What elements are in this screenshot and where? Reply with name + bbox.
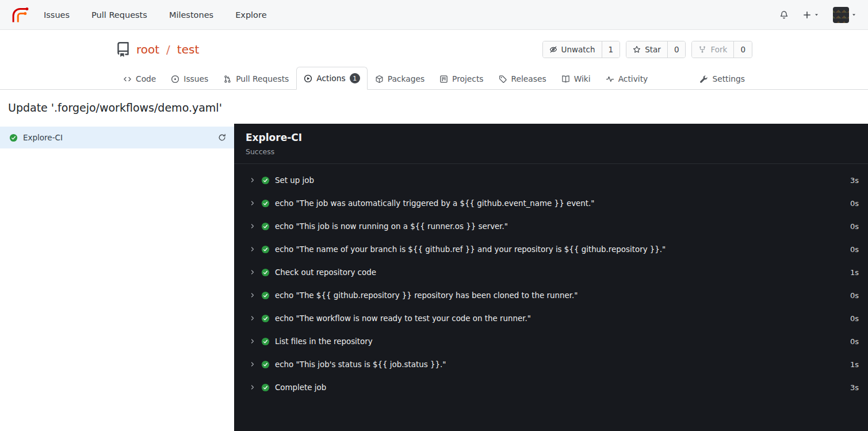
repo-name-link[interactable]: test	[177, 43, 199, 56]
watchers-count[interactable]: 1	[602, 41, 620, 58]
avatar	[833, 7, 849, 23]
actions-count-badge: 1	[350, 73, 360, 83]
step-name: List files in the repository	[275, 337, 373, 346]
workflow-run-title: Update '.forgejo/workflows/demo.yaml'	[8, 101, 860, 114]
step-name: echo "The ${{ github.repository }} repos…	[275, 291, 578, 300]
tab-label: Code	[136, 74, 156, 83]
tab-packages[interactable]: Packages	[368, 68, 432, 90]
tab-activity[interactable]: Activity	[598, 68, 656, 90]
chevron-right-icon[interactable]	[249, 269, 256, 276]
job-log-header: Explore-CI Success	[234, 124, 868, 164]
repo-icon	[116, 42, 131, 57]
job-name: Explore-CI	[23, 133, 63, 142]
chevron-right-icon[interactable]	[249, 246, 256, 253]
job-item-explore-ci[interactable]: Explore-CI	[0, 127, 234, 148]
chevron-right-icon[interactable]	[249, 338, 256, 345]
create-new-button[interactable]	[802, 10, 819, 20]
fork-icon	[698, 45, 706, 54]
nav-item-explore[interactable]: Explore	[235, 10, 266, 20]
step-name: echo "This job is now running on a ${{ r…	[275, 222, 508, 231]
chevron-right-icon[interactable]	[249, 292, 256, 299]
tab-pull-requests[interactable]: Pull Requests	[216, 68, 296, 90]
forks-count[interactable]: 0	[733, 41, 752, 58]
repo-tab-bar: Code Issues Pull Requests Actions 1 Pack…	[0, 67, 868, 90]
chevron-right-icon[interactable]	[249, 361, 256, 368]
tab-releases[interactable]: Releases	[491, 68, 554, 90]
navbar-right	[779, 7, 856, 23]
unwatch-button[interactable]: Unwatch	[543, 41, 602, 58]
chevron-right-icon[interactable]	[249, 200, 256, 207]
step-name: Check out repository code	[275, 268, 376, 277]
step-row[interactable]: echo "The workflow is now ready to test …	[234, 307, 868, 330]
watch-button-group: Unwatch 1	[542, 41, 621, 58]
star-button[interactable]: Star	[626, 41, 667, 58]
step-name: echo "This job's status is ${{ job.statu…	[275, 360, 446, 369]
fork-button[interactable]: Fork	[692, 41, 733, 58]
navbar-links: Issues Pull Requests Milestones Explore	[44, 10, 267, 20]
step-duration: 3s	[850, 383, 859, 392]
star-label: Star	[645, 45, 661, 54]
book-icon	[561, 75, 570, 83]
step-row[interactable]: Check out repository code 1s	[234, 261, 868, 284]
tab-label: Issues	[183, 74, 208, 83]
tab-issues[interactable]: Issues	[163, 68, 216, 90]
step-row[interactable]: echo "The ${{ github.repository }} repos…	[234, 284, 868, 307]
tag-icon	[499, 75, 507, 83]
chevron-right-icon[interactable]	[249, 223, 256, 230]
step-row[interactable]: Complete job 3s	[234, 376, 868, 399]
step-row[interactable]: echo "This job's status is ${{ job.statu…	[234, 353, 868, 376]
step-row[interactable]: echo "The job was automatically triggere…	[234, 192, 868, 215]
jobs-sidebar: Explore-CI	[0, 124, 234, 431]
step-row[interactable]: List files in the repository 0s	[234, 330, 868, 353]
success-check-icon	[261, 222, 270, 231]
chevron-right-icon[interactable]	[249, 177, 256, 184]
tab-wiki[interactable]: Wiki	[554, 68, 598, 90]
job-steps-list: Set up job 3s echo "The job was automati…	[234, 164, 868, 408]
tab-actions[interactable]: Actions 1	[296, 67, 367, 90]
success-check-icon	[261, 291, 270, 300]
refresh-icon	[218, 134, 226, 142]
fork-label: Fork	[710, 45, 727, 54]
chevron-down-icon	[851, 12, 856, 17]
tab-label: Wiki	[574, 74, 591, 83]
tab-label: Releases	[511, 74, 546, 83]
tab-settings[interactable]: Settings	[692, 68, 752, 90]
job-status-text: Success	[246, 147, 856, 156]
run-content: Explore-CI Explore-CI Success Set up job…	[0, 124, 868, 431]
nav-item-pull-requests[interactable]: Pull Requests	[91, 10, 147, 20]
step-duration: 0s	[850, 222, 859, 231]
repo-header: root / test Unwatch 1 Star 0	[0, 30, 868, 67]
tab-projects[interactable]: Projects	[432, 68, 491, 90]
tab-code[interactable]: Code	[116, 68, 163, 90]
step-row[interactable]: echo "The name of your branch is ${{ git…	[234, 238, 868, 261]
step-duration: 0s	[850, 314, 859, 323]
rerun-job-button[interactable]	[218, 134, 226, 142]
chevron-right-icon[interactable]	[249, 384, 256, 391]
step-duration: 0s	[850, 291, 859, 300]
success-check-icon	[261, 245, 270, 254]
forgejo-logo-icon[interactable]	[12, 6, 29, 24]
repo-owner-link[interactable]: root	[136, 43, 159, 56]
nav-item-milestones[interactable]: Milestones	[169, 10, 213, 20]
stars-count[interactable]: 0	[667, 41, 686, 58]
notifications-button[interactable]	[779, 10, 789, 20]
step-row[interactable]: Set up job 3s	[234, 169, 868, 192]
tab-label: Settings	[712, 74, 745, 83]
tab-label: Pull Requests	[236, 74, 289, 83]
step-duration: 0s	[850, 199, 859, 208]
success-check-icon	[9, 134, 18, 142]
user-menu-button[interactable]	[833, 7, 856, 23]
nav-item-issues[interactable]: Issues	[44, 10, 70, 20]
step-name: echo "The job was automatically triggere…	[275, 199, 594, 208]
play-circle-icon	[304, 74, 312, 83]
success-check-icon	[261, 268, 270, 277]
success-check-icon	[261, 337, 270, 346]
issue-icon	[171, 75, 179, 83]
chevron-down-icon	[814, 12, 819, 17]
fork-button-group: Fork 0	[691, 41, 752, 58]
step-duration: 3s	[850, 176, 859, 185]
step-row[interactable]: echo "This job is now running on a ${{ r…	[234, 215, 868, 238]
chevron-right-icon[interactable]	[249, 315, 256, 322]
repo-action-buttons: Unwatch 1 Star 0 Fork 0	[542, 41, 752, 58]
step-duration: 0s	[850, 245, 859, 254]
